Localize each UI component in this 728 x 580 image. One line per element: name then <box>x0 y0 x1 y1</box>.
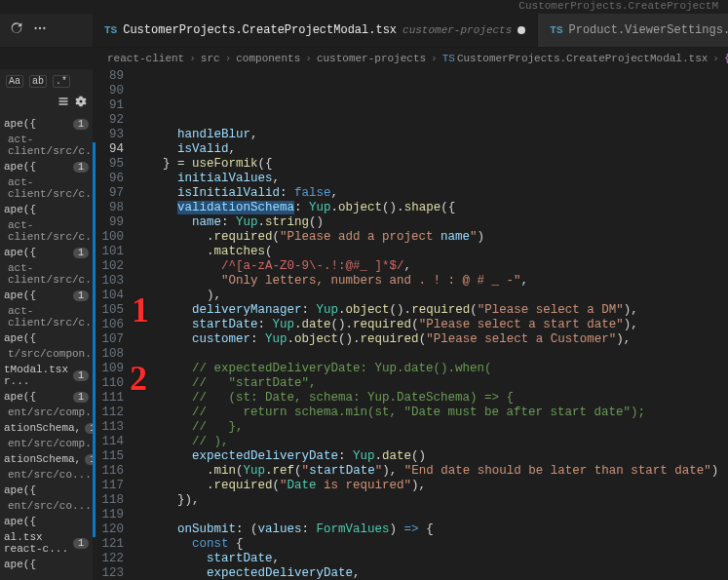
search-result-file[interactable]: ape({1 <box>0 159 93 174</box>
gear-icon[interactable] <box>75 96 87 110</box>
list-view-icon[interactable] <box>57 96 69 110</box>
search-results-sidebar: Aa ab .* ape({1act-client/src/c...ape({1… <box>0 69 93 580</box>
search-result-file[interactable]: ationSchema,1 <box>0 420 93 436</box>
breadcrumb-part[interactable]: CustomerProjects.CreateProjectModal.tsx <box>457 53 708 64</box>
search-result-match[interactable]: act-client/src/c... <box>0 132 93 159</box>
editor-toolbar <box>0 14 93 47</box>
tab-folder: customer-projects <box>402 24 512 36</box>
svg-point-2 <box>43 27 45 29</box>
breadcrumb[interactable]: react-client› src› components› customer-… <box>0 48 728 69</box>
search-result-file[interactable]: ape({ <box>0 557 93 572</box>
breadcrumb-part[interactable]: react-client <box>107 53 184 64</box>
search-result-file[interactable]: ape({ <box>0 483 93 498</box>
search-result-match[interactable]: ent/src/comp... <box>0 436 93 451</box>
svg-point-0 <box>34 27 36 29</box>
symbol-icon: {} <box>724 53 728 64</box>
match-case-toggle[interactable]: Aa <box>6 75 23 88</box>
tab-viewer-settings[interactable]: TS Product.ViewerSettings.tsx product <box>538 14 728 47</box>
search-options: Aa ab .* <box>0 69 93 94</box>
code-editor[interactable]: 8990919293949596979899100101102103104105… <box>93 69 728 580</box>
breadcrumb-part[interactable]: src <box>201 53 220 64</box>
search-result-file[interactable]: ape({ <box>0 330 93 346</box>
search-result-match[interactable]: act-client/src/c... <box>0 303 93 330</box>
ts-file-icon: TS <box>550 24 562 36</box>
history-back-icon[interactable] <box>10 21 23 39</box>
search-result-match[interactable]: act-client/src/c... <box>0 217 93 245</box>
search-result-match[interactable]: ent/src/co... <box>0 498 93 514</box>
search-result-file[interactable]: tModal.tsx r...1 <box>0 362 93 389</box>
search-result-file[interactable]: ape({ <box>0 514 93 529</box>
breadcrumb-part[interactable]: components <box>236 53 300 64</box>
search-result-file[interactable]: ape({1 <box>0 116 93 132</box>
search-result-file[interactable]: ape({ <box>0 202 93 217</box>
topbar: TS CustomerProjects.CreateProjectModal.t… <box>0 14 728 48</box>
search-result-file[interactable]: ape({1 <box>0 389 93 405</box>
search-result-file[interactable]: ationSchema,1 <box>0 451 93 467</box>
search-result-match[interactable]: ent/src/co... <box>0 467 93 483</box>
window-title-hint: CustomerProjects.CreateProjectM <box>518 0 718 12</box>
search-result-match[interactable]: act-client/src/c... <box>0 260 93 288</box>
search-result-file[interactable]: ape({1 <box>0 245 93 260</box>
editor-tabs: TS CustomerProjects.CreateProjectModal.t… <box>93 14 728 47</box>
search-result-match[interactable]: ent/src/comp... <box>0 405 93 420</box>
code-content[interactable]: 1 2 handleBlur, isValid, } = useFormik({… <box>134 69 728 580</box>
dirty-indicator-icon <box>517 26 525 34</box>
ts-file-icon: TS <box>104 24 117 36</box>
svg-point-1 <box>39 27 41 29</box>
search-result-file[interactable]: al.tsx react-c...1 <box>0 529 93 557</box>
gutter-modifications <box>93 69 96 580</box>
tab-label: CustomerProjects.CreateProjectModal.tsx <box>123 23 397 37</box>
breadcrumb-part[interactable]: customer-projects <box>317 53 426 64</box>
more-icon[interactable] <box>33 21 47 39</box>
tab-label: Product.ViewerSettings.tsx <box>568 23 728 37</box>
search-result-match[interactable]: t/src/compon... <box>0 346 93 362</box>
search-result-match[interactable]: act-client/src/c... <box>0 174 93 202</box>
search-result-file[interactable]: ape({1 <box>0 288 93 303</box>
line-numbers: 8990919293949596979899100101102103104105… <box>96 69 134 580</box>
tab-create-project-modal[interactable]: TS CustomerProjects.CreateProjectModal.t… <box>93 14 538 47</box>
whole-word-toggle[interactable]: ab <box>29 75 47 88</box>
regex-toggle[interactable]: .* <box>53 75 70 88</box>
